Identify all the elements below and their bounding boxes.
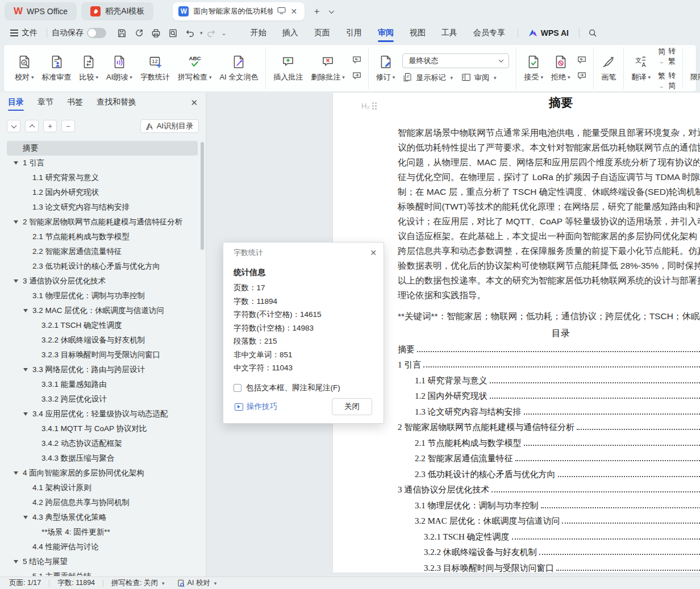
heading-level-marker[interactable]: H₂ — [361, 102, 377, 110]
collapse-triangle-icon[interactable] — [14, 279, 18, 283]
word-count-indicator[interactable]: 字数: 11894 — [57, 578, 95, 588]
sidebar-tab-目录[interactable]: 目录 — [8, 93, 24, 113]
previous-change-icon[interactable] — [576, 55, 588, 66]
ribbon-button-AI 全文润色[interactable]: AI 全文润色 — [215, 52, 262, 85]
ribbon-button-画笔[interactable]: 画笔 — [597, 52, 620, 85]
collapse-all-button[interactable] — [25, 120, 39, 132]
ribbon-button-删除批注[interactable]: 删除批注▾ — [307, 52, 349, 85]
toc-item[interactable]: 3.2.2 休眠终端设备与好友机制 — [0, 333, 200, 348]
toc-item[interactable]: 5 结论与展望 — [0, 554, 200, 569]
ribbon-button-转简[interactable]: 繁→转简 — [658, 70, 676, 91]
close-tab-icon[interactable]: ✕ — [290, 7, 297, 16]
sidebar-tab-查找和替换[interactable]: 查找和替换 — [97, 93, 136, 113]
drag-handle-icon[interactable] — [372, 102, 377, 110]
markup-state-select[interactable]: 最终状态 — [402, 53, 509, 68]
ribbon-button-标准审查[interactable]: 标准审查 — [38, 52, 76, 85]
ribbon-tab-视图[interactable]: 视图 — [402, 23, 434, 43]
ribbon-button-显示标记[interactable]: 显示标记▾ — [402, 72, 453, 83]
ribbon-button-修订[interactable]: 修订▾ — [372, 52, 399, 85]
ribbon-button-拼写检查[interactable]: ABC拼写检查▾ — [174, 52, 216, 85]
toc-item[interactable]: 2.3 低功耗设计的核心矛盾与优化方向 — [0, 259, 200, 274]
sidebar-scrollbar-thumb[interactable] — [201, 142, 204, 250]
toc-item[interactable]: 3 通信协议分层优化技术 — [0, 274, 200, 289]
tab-wps-office[interactable]: W WPS Office — [5, 2, 77, 20]
toc-item[interactable]: 3.3.1 能量感知路由 — [0, 377, 200, 392]
toc-item[interactable]: 3.4.1 MQTT 与 CoAP 协议对比 — [0, 421, 200, 436]
toc-item[interactable]: 3.4.3 数据压缩与聚合 — [0, 451, 200, 466]
collapse-triangle-icon[interactable] — [23, 412, 28, 416]
undo-icon[interactable] — [182, 26, 198, 40]
toc-item[interactable]: 1.1 研究背景与意义 — [0, 170, 200, 185]
ribbon-button-转繁[interactable]: 简→转繁 — [658, 46, 676, 66]
toc-item[interactable]: 4.4 性能评估与讨论 — [0, 540, 200, 554]
document-page[interactable]: H₂ 摘要 智能家居场景中物联网节点通常采用电池供电，能量受限且部署环境复杂，对… — [333, 93, 700, 573]
dialog-close-icon[interactable]: ✕ — [370, 248, 377, 257]
print-icon[interactable] — [148, 26, 164, 40]
ai-recognize-toc-button[interactable]: AI识别目录 — [140, 119, 199, 133]
file-menu[interactable]: 文件 — [6, 28, 42, 38]
toc-item[interactable]: 摘要 — [7, 141, 198, 156]
zoom-in-toc-button[interactable]: ＋ — [43, 120, 57, 132]
ribbon-button-字数统计[interactable]: 12字数统计 — [136, 52, 174, 85]
redo-icon[interactable] — [203, 26, 219, 40]
toc-item[interactable]: 1.3 论文研究内容与结构安排 — [0, 200, 200, 215]
tab-document[interactable]: W 面向智能家居的低功耗物联网 ✕ — [173, 2, 305, 20]
collapse-triangle-icon[interactable] — [14, 560, 18, 563]
toc-item[interactable]: 3.4.2 动态协议适配框架 — [0, 436, 200, 451]
print-preview-icon[interactable] — [165, 26, 181, 40]
toc-item[interactable]: 3.1 物理层优化：调制与功率控制 — [0, 289, 200, 303]
page-indicator[interactable]: 页面: 1/17 — [9, 578, 41, 588]
toc-item[interactable]: 1.2 国内外研究现状 — [0, 185, 200, 200]
sidebar-close-icon[interactable]: ✕ — [190, 98, 198, 108]
ribbon-button-翻译[interactable]: 文A翻译▾ — [627, 52, 655, 85]
ribbon-button-AI朗读[interactable]: AI朗读▾ — [102, 52, 136, 85]
sidebar-tab-书签[interactable]: 书签 — [67, 93, 83, 113]
previous-comment-icon[interactable] — [351, 55, 363, 66]
ribbon-button-拒绝[interactable]: 拒绝▾ — [547, 52, 574, 85]
collapse-triangle-icon[interactable] — [23, 368, 28, 371]
toc-item[interactable]: 3.2.1 TSCH 确定性调度 — [0, 318, 200, 333]
ribbon-button-校对[interactable]: 校对▾ — [11, 52, 38, 85]
ribbon-tab-会员专享[interactable]: 会员专享 — [465, 23, 513, 43]
ribbon-button-限制编辑[interactable]: 限制编辑 — [686, 52, 700, 85]
wps-ai-button[interactable]: WPS AI — [523, 28, 574, 37]
collapse-triangle-icon[interactable] — [14, 161, 18, 165]
toc-item[interactable]: 2 智能家居物联网节点能耗建模与通信特征分析 — [0, 215, 200, 229]
export-icon[interactable] — [131, 26, 147, 40]
zoom-out-toc-button[interactable]: － — [61, 120, 75, 132]
autosave-toggle[interactable] — [87, 28, 106, 38]
search-icon[interactable] — [585, 26, 601, 40]
toc-item[interactable]: 2.1 节点能耗构成与数学模型 — [0, 229, 200, 244]
toc-item[interactable]: 4.2 跨层信息共享与协同机制 — [0, 495, 200, 510]
include-textbox-checkbox[interactable]: 包括文本框、脚注和尾注(F) — [234, 383, 384, 393]
ribbon-tab-页面[interactable]: 页面 — [306, 23, 338, 43]
collapse-triangle-icon[interactable] — [23, 516, 28, 519]
sidebar-tab-章节[interactable]: 章节 — [38, 93, 53, 113]
expand-all-button[interactable] — [7, 120, 20, 132]
spellcheck-indicator[interactable]: 拼写检查: 关闭▾ — [111, 578, 164, 588]
screen-share-icon[interactable] — [277, 7, 286, 16]
ribbon-button-插入批注[interactable]: 插入批注 — [269, 52, 307, 85]
ribbon-tab-审阅[interactable]: 审阅 — [370, 23, 402, 43]
toc-item[interactable]: 2.2 智能家居通信流量特征 — [0, 244, 200, 259]
next-change-icon[interactable] — [576, 70, 588, 82]
dialog-close-button[interactable]: 关闭 — [332, 398, 372, 415]
ribbon-tab-开始[interactable]: 开始 — [243, 23, 274, 43]
tips-link[interactable]: 操作技巧 — [235, 402, 277, 412]
toc-item[interactable]: 4.3 典型场景优化策略 — [0, 510, 200, 525]
toc-item[interactable]: **场景 4: 固件更新** — [0, 525, 200, 540]
ribbon-button-接受[interactable]: 接受▾ — [520, 52, 547, 85]
new-tab-button[interactable]: ＋ — [309, 4, 324, 19]
collapse-triangle-icon[interactable] — [23, 309, 28, 312]
collapse-triangle-icon[interactable] — [14, 471, 18, 475]
save-icon[interactable] — [114, 26, 130, 40]
toc-item[interactable]: 1 引言 — [0, 156, 200, 170]
toc-item[interactable]: 3.3.2 跨层优化设计 — [0, 392, 200, 407]
ribbon-tab-工具[interactable]: 工具 — [434, 23, 465, 43]
tab-list-chevron-icon[interactable] — [324, 4, 339, 19]
undo-dropdown-icon[interactable]: ▾ — [200, 30, 203, 36]
ribbon-tab-引用[interactable]: 引用 — [338, 23, 370, 43]
toc-item[interactable]: 3.3 网络层优化：路由与跨层设计 — [0, 362, 200, 377]
redo-dropdown-icon[interactable]: ⌄ — [222, 30, 227, 37]
tab-docer-template[interactable]: 稻壳AI模板 — [81, 2, 153, 20]
